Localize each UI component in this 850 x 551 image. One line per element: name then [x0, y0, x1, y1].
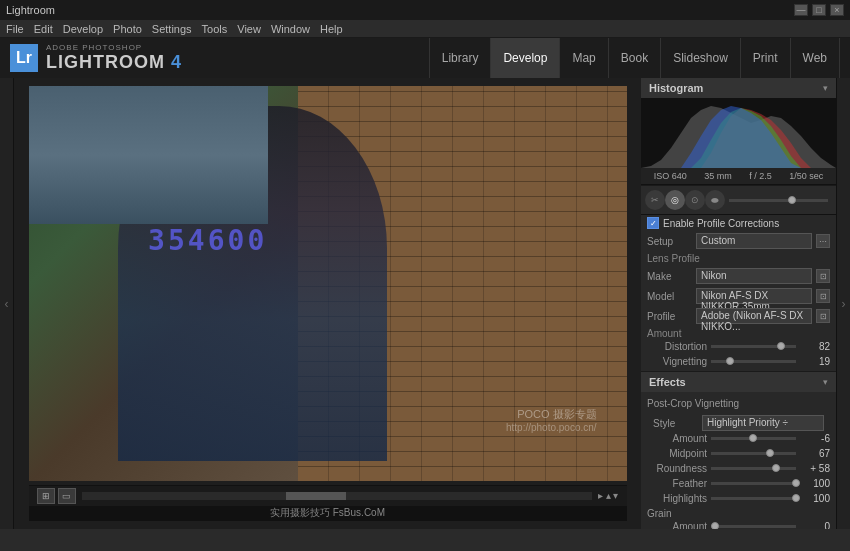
- window-controls[interactable]: — □ ×: [794, 4, 844, 16]
- midpoint-row: Midpoint 67: [647, 448, 830, 459]
- app-logo: Lr ADOBE PHOTOSHOP LIGHTROOM 4: [10, 43, 181, 73]
- focal-info: 35 mm: [704, 171, 732, 181]
- footer-watermark: 实用摄影技巧 FsBus.CoM: [270, 506, 385, 520]
- effects-amount-slider[interactable]: [711, 437, 796, 440]
- lightroom-label: LIGHTROOM: [46, 52, 165, 73]
- menu-help[interactable]: Help: [320, 23, 343, 35]
- tab-web[interactable]: Web: [791, 38, 840, 78]
- model-value[interactable]: Nikon AF-S DX NIKKOR 35mm...: [696, 288, 812, 304]
- watermark-code: 354600: [148, 224, 267, 257]
- nav-tabs: Library Develop Map Book Slideshow Print…: [429, 38, 840, 78]
- photo-background: 354600 POCO 摄影专题 http://photo.poco.cn/: [29, 86, 627, 481]
- effects-title: Effects: [649, 376, 686, 388]
- grid-view-button[interactable]: ⊞: [37, 488, 55, 504]
- setup-btn[interactable]: ⋯: [816, 234, 830, 248]
- close-button[interactable]: ×: [830, 4, 844, 16]
- style-value[interactable]: Highlight Priority ÷: [702, 415, 824, 431]
- effects-amount-row: Amount -6: [647, 433, 830, 444]
- highlights-label: Highlights: [647, 493, 707, 504]
- footer-tools[interactable]: ⊞ ▭: [37, 488, 76, 504]
- adobe-label: ADOBE PHOTOSHOP: [46, 43, 181, 52]
- feather-label: Feather: [647, 478, 707, 489]
- make-label: Make: [647, 271, 692, 282]
- grain-amount-slider[interactable]: [711, 525, 796, 528]
- scroll-thumb[interactable]: [286, 492, 346, 500]
- effects-amount-label: Amount: [647, 433, 707, 444]
- main-content: ‹ 354600 POCO 摄影专题 http://photo.poco.cn/…: [0, 78, 850, 529]
- profile-btn[interactable]: ⊡: [816, 309, 830, 323]
- vignetting-slider[interactable]: [711, 360, 796, 363]
- redeye-tool[interactable]: ⊙: [685, 190, 705, 210]
- highlights-slider[interactable]: [711, 497, 796, 500]
- grain-amount-row: Amount 0: [647, 521, 830, 529]
- roundness-slider[interactable]: [711, 467, 796, 470]
- right-arrow-icon[interactable]: ›: [842, 293, 846, 315]
- watermark-brand: POCO 摄影专题 http://photo.poco.cn/: [506, 407, 597, 433]
- aperture-info: f / 2.5: [749, 171, 772, 181]
- right-panel-collapse[interactable]: ›: [836, 78, 850, 529]
- model-label: Model: [647, 291, 692, 302]
- highlights-value: 100: [800, 493, 830, 504]
- post-crop-title: Post-Crop Vignetting: [647, 398, 830, 409]
- crop-tool[interactable]: ✂: [645, 190, 665, 210]
- tab-library[interactable]: Library: [429, 38, 492, 78]
- spot-tool[interactable]: ◎: [665, 190, 685, 210]
- menu-file[interactable]: File: [6, 23, 24, 35]
- menu-edit[interactable]: Edit: [34, 23, 53, 35]
- title-bar: Lightroom — □ ×: [0, 0, 850, 20]
- histogram-arrow: ▾: [823, 83, 828, 93]
- left-arrow-icon[interactable]: ‹: [5, 293, 9, 315]
- distortion-slider[interactable]: [711, 345, 796, 348]
- grain-amount-value: 0: [800, 521, 830, 529]
- histogram-section: Histogram ▾ IS: [641, 78, 836, 186]
- vignetting-row: Vignetting 19: [641, 356, 836, 367]
- tool-strip: ✂ ◎ ⊙ ⬬: [641, 186, 836, 215]
- tab-map[interactable]: Map: [560, 38, 608, 78]
- model-btn[interactable]: ⊡: [816, 289, 830, 303]
- tab-develop[interactable]: Develop: [491, 38, 560, 78]
- style-label: Style: [653, 418, 698, 429]
- roundness-label: Roundness: [647, 463, 707, 474]
- iso-info: ISO 640: [654, 171, 687, 181]
- tab-print[interactable]: Print: [741, 38, 791, 78]
- brush-tool[interactable]: ⬬: [705, 190, 725, 210]
- enable-profile-row[interactable]: ✓ Enable Profile Corrections: [641, 215, 836, 231]
- roundness-value: + 58: [800, 463, 830, 474]
- make-btn[interactable]: ⊡: [816, 269, 830, 283]
- enable-profile-label: Enable Profile Corrections: [663, 218, 779, 229]
- tab-book[interactable]: Book: [609, 38, 661, 78]
- histogram-header[interactable]: Histogram ▾: [641, 78, 836, 98]
- left-panel-collapse[interactable]: ‹: [0, 78, 14, 529]
- filmstrip-scrollbar[interactable]: [82, 492, 592, 500]
- setup-value[interactable]: Custom: [696, 233, 812, 249]
- right-panel: Histogram ▾ IS: [641, 78, 836, 529]
- profile-label: Profile: [647, 311, 692, 322]
- effects-header[interactable]: Effects ▾: [641, 372, 836, 392]
- enable-profile-checkbox[interactable]: ✓: [647, 217, 659, 229]
- histogram-title: Histogram: [649, 82, 703, 94]
- footer-nav[interactable]: ▸ ▴ ▾: [598, 490, 619, 501]
- maximize-button[interactable]: □: [812, 4, 826, 16]
- midpoint-slider[interactable]: [711, 452, 796, 455]
- make-value[interactable]: Nikon: [696, 268, 812, 284]
- style-row: Style Highlight Priority ÷: [647, 413, 830, 433]
- midpoint-label: Midpoint: [647, 448, 707, 459]
- menu-view[interactable]: View: [237, 23, 261, 35]
- loupe-view-button[interactable]: ▭: [58, 488, 76, 504]
- feather-row: Feather 100: [647, 478, 830, 489]
- menu-tools[interactable]: Tools: [202, 23, 228, 35]
- tab-slideshow[interactable]: Slideshow: [661, 38, 741, 78]
- menu-develop[interactable]: Develop: [63, 23, 103, 35]
- distortion-value: 82: [800, 341, 830, 352]
- menu-window[interactable]: Window: [271, 23, 310, 35]
- model-row: Model Nikon AF-S DX NIKKOR 35mm... ⊡: [641, 286, 836, 306]
- profile-value[interactable]: Adobe (Nikon AF-S DX NIKKO...: [696, 308, 812, 324]
- feather-slider[interactable]: [711, 482, 796, 485]
- distortion-label: Distortion: [647, 341, 707, 352]
- app-title: Lightroom: [6, 4, 55, 16]
- menu-settings[interactable]: Settings: [152, 23, 192, 35]
- menu-photo[interactable]: Photo: [113, 23, 142, 35]
- grain-amount-label: Amount: [647, 521, 707, 529]
- grain-title: Grain: [647, 508, 830, 519]
- minimize-button[interactable]: —: [794, 4, 808, 16]
